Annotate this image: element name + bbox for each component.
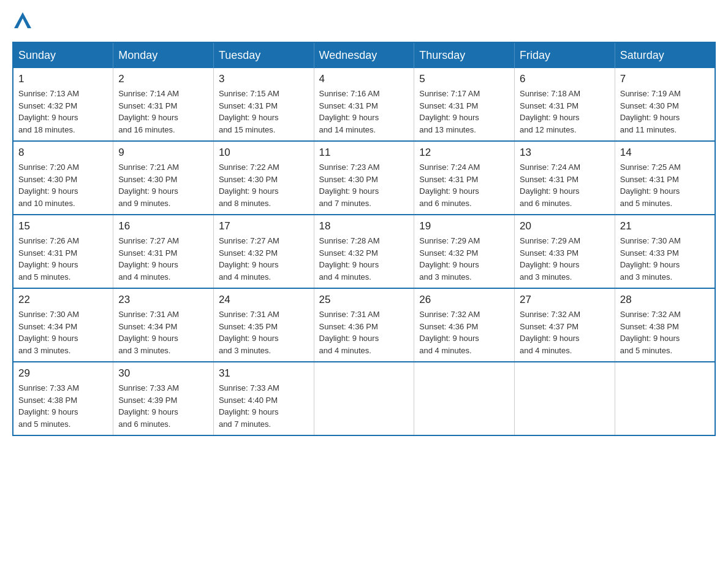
calendar-cell: 24 Sunrise: 7:31 AM Sunset: 4:35 PM Dayl…	[213, 288, 314, 362]
day-number: 28	[620, 294, 710, 306]
calendar-cell	[615, 362, 715, 435]
day-info: Sunrise: 7:16 AM Sunset: 4:31 PM Dayligh…	[319, 88, 409, 136]
day-info: Sunrise: 7:31 AM Sunset: 4:34 PM Dayligh…	[118, 308, 208, 356]
calendar-cell	[515, 362, 615, 435]
calendar-cell: 16 Sunrise: 7:27 AM Sunset: 4:31 PM Dayl…	[113, 215, 214, 288]
day-number: 9	[118, 147, 208, 159]
calendar-cell: 22 Sunrise: 7:30 AM Sunset: 4:34 PM Dayl…	[13, 288, 113, 362]
day-number: 26	[419, 294, 509, 306]
day-info: Sunrise: 7:20 AM Sunset: 4:30 PM Dayligh…	[18, 161, 108, 209]
calendar-week-row: 22 Sunrise: 7:30 AM Sunset: 4:34 PM Dayl…	[13, 288, 715, 362]
calendar-cell	[314, 362, 414, 435]
day-number: 30	[118, 367, 208, 380]
day-info: Sunrise: 7:14 AM Sunset: 4:31 PM Dayligh…	[118, 88, 208, 136]
day-number: 29	[18, 367, 108, 380]
day-info: Sunrise: 7:32 AM Sunset: 4:36 PM Dayligh…	[419, 308, 509, 356]
header-saturday: Saturday	[615, 42, 715, 68]
day-info: Sunrise: 7:28 AM Sunset: 4:32 PM Dayligh…	[319, 235, 409, 283]
day-info: Sunrise: 7:32 AM Sunset: 4:38 PM Dayligh…	[620, 308, 710, 356]
day-number: 10	[219, 147, 309, 159]
day-number: 2	[118, 73, 208, 85]
day-number: 6	[520, 73, 610, 85]
day-number: 12	[419, 147, 509, 159]
day-number: 25	[319, 294, 409, 306]
logo	[12, 12, 31, 29]
calendar-cell: 2 Sunrise: 7:14 AM Sunset: 4:31 PM Dayli…	[113, 68, 214, 141]
day-info: Sunrise: 7:24 AM Sunset: 4:31 PM Dayligh…	[520, 161, 610, 209]
day-number: 17	[219, 220, 309, 232]
calendar-cell: 29 Sunrise: 7:33 AM Sunset: 4:38 PM Dayl…	[13, 362, 113, 435]
calendar-cell: 9 Sunrise: 7:21 AM Sunset: 4:30 PM Dayli…	[113, 141, 214, 215]
day-info: Sunrise: 7:33 AM Sunset: 4:39 PM Dayligh…	[118, 382, 208, 430]
calendar-cell: 11 Sunrise: 7:23 AM Sunset: 4:30 PM Dayl…	[314, 141, 414, 215]
calendar-cell: 6 Sunrise: 7:18 AM Sunset: 4:31 PM Dayli…	[515, 68, 615, 141]
calendar-cell: 12 Sunrise: 7:24 AM Sunset: 4:31 PM Dayl…	[414, 141, 515, 215]
day-info: Sunrise: 7:17 AM Sunset: 4:31 PM Dayligh…	[419, 88, 509, 136]
calendar-week-row: 8 Sunrise: 7:20 AM Sunset: 4:30 PM Dayli…	[13, 141, 715, 215]
page-header	[12, 12, 716, 29]
calendar-cell: 18 Sunrise: 7:28 AM Sunset: 4:32 PM Dayl…	[314, 215, 414, 288]
day-info: Sunrise: 7:32 AM Sunset: 4:37 PM Dayligh…	[520, 308, 610, 356]
calendar-cell: 27 Sunrise: 7:32 AM Sunset: 4:37 PM Dayl…	[515, 288, 615, 362]
day-number: 3	[219, 73, 309, 85]
day-number: 5	[419, 73, 509, 85]
day-info: Sunrise: 7:31 AM Sunset: 4:36 PM Dayligh…	[319, 308, 409, 356]
day-number: 16	[118, 220, 208, 232]
day-number: 19	[419, 220, 509, 232]
day-info: Sunrise: 7:30 AM Sunset: 4:34 PM Dayligh…	[18, 308, 108, 356]
calendar-cell: 8 Sunrise: 7:20 AM Sunset: 4:30 PM Dayli…	[13, 141, 113, 215]
day-number: 18	[319, 220, 409, 232]
day-number: 15	[18, 220, 108, 232]
calendar-week-row: 15 Sunrise: 7:26 AM Sunset: 4:31 PM Dayl…	[13, 215, 715, 288]
day-number: 21	[620, 220, 710, 232]
calendar-cell: 10 Sunrise: 7:22 AM Sunset: 4:30 PM Dayl…	[213, 141, 314, 215]
calendar-cell: 30 Sunrise: 7:33 AM Sunset: 4:39 PM Dayl…	[113, 362, 214, 435]
calendar-cell: 31 Sunrise: 7:33 AM Sunset: 4:40 PM Dayl…	[213, 362, 314, 435]
calendar-cell: 19 Sunrise: 7:29 AM Sunset: 4:32 PM Dayl…	[414, 215, 515, 288]
day-info: Sunrise: 7:18 AM Sunset: 4:31 PM Dayligh…	[520, 88, 610, 136]
day-info: Sunrise: 7:31 AM Sunset: 4:35 PM Dayligh…	[219, 308, 309, 356]
logo-triangle-icon	[14, 12, 31, 28]
day-info: Sunrise: 7:30 AM Sunset: 4:33 PM Dayligh…	[620, 235, 710, 283]
day-info: Sunrise: 7:22 AM Sunset: 4:30 PM Dayligh…	[219, 161, 309, 209]
calendar-week-row: 29 Sunrise: 7:33 AM Sunset: 4:38 PM Dayl…	[13, 362, 715, 435]
day-number: 11	[319, 147, 409, 159]
calendar-cell: 28 Sunrise: 7:32 AM Sunset: 4:38 PM Dayl…	[615, 288, 715, 362]
day-info: Sunrise: 7:33 AM Sunset: 4:38 PM Dayligh…	[18, 382, 108, 430]
day-number: 20	[520, 220, 610, 232]
header-tuesday: Tuesday	[213, 42, 314, 68]
day-number: 14	[620, 147, 710, 159]
calendar-header-row: Sunday Monday Tuesday Wednesday Thursday…	[13, 42, 715, 68]
day-info: Sunrise: 7:21 AM Sunset: 4:30 PM Dayligh…	[118, 161, 208, 209]
calendar-cell: 26 Sunrise: 7:32 AM Sunset: 4:36 PM Dayl…	[414, 288, 515, 362]
header-friday: Friday	[515, 42, 615, 68]
day-info: Sunrise: 7:25 AM Sunset: 4:31 PM Dayligh…	[620, 161, 710, 209]
day-number: 7	[620, 73, 710, 85]
header-wednesday: Wednesday	[314, 42, 414, 68]
calendar-cell: 5 Sunrise: 7:17 AM Sunset: 4:31 PM Dayli…	[414, 68, 515, 141]
day-info: Sunrise: 7:23 AM Sunset: 4:30 PM Dayligh…	[319, 161, 409, 209]
day-number: 27	[520, 294, 610, 306]
day-info: Sunrise: 7:19 AM Sunset: 4:30 PM Dayligh…	[620, 88, 710, 136]
day-info: Sunrise: 7:29 AM Sunset: 4:32 PM Dayligh…	[419, 235, 509, 283]
calendar-cell: 25 Sunrise: 7:31 AM Sunset: 4:36 PM Dayl…	[314, 288, 414, 362]
day-info: Sunrise: 7:27 AM Sunset: 4:32 PM Dayligh…	[219, 235, 309, 283]
header-monday: Monday	[113, 42, 214, 68]
calendar-week-row: 1 Sunrise: 7:13 AM Sunset: 4:32 PM Dayli…	[13, 68, 715, 141]
calendar-cell	[414, 362, 515, 435]
day-number: 23	[118, 294, 208, 306]
calendar-cell: 7 Sunrise: 7:19 AM Sunset: 4:30 PM Dayli…	[615, 68, 715, 141]
calendar-cell: 3 Sunrise: 7:15 AM Sunset: 4:31 PM Dayli…	[213, 68, 314, 141]
day-info: Sunrise: 7:33 AM Sunset: 4:40 PM Dayligh…	[219, 382, 309, 430]
day-number: 31	[219, 367, 309, 380]
day-number: 24	[219, 294, 309, 306]
header-sunday: Sunday	[13, 42, 113, 68]
day-info: Sunrise: 7:24 AM Sunset: 4:31 PM Dayligh…	[419, 161, 509, 209]
day-number: 4	[319, 73, 409, 85]
calendar-cell: 20 Sunrise: 7:29 AM Sunset: 4:33 PM Dayl…	[515, 215, 615, 288]
calendar-cell: 4 Sunrise: 7:16 AM Sunset: 4:31 PM Dayli…	[314, 68, 414, 141]
day-info: Sunrise: 7:27 AM Sunset: 4:31 PM Dayligh…	[118, 235, 208, 283]
header-thursday: Thursday	[414, 42, 515, 68]
day-info: Sunrise: 7:15 AM Sunset: 4:31 PM Dayligh…	[219, 88, 309, 136]
calendar-cell: 1 Sunrise: 7:13 AM Sunset: 4:32 PM Dayli…	[13, 68, 113, 141]
